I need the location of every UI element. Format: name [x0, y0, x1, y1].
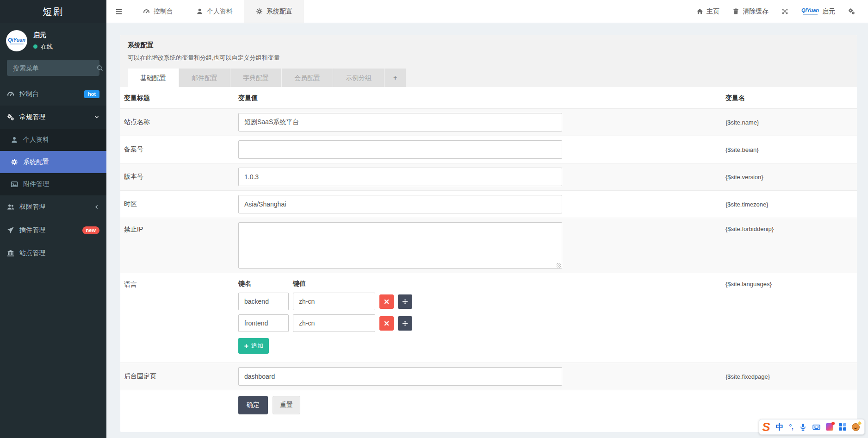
x-icon [384, 320, 390, 326]
ime-mode-toggle[interactable]: 中 [776, 422, 784, 432]
tab-dictionary-config[interactable]: 字典配置 [230, 69, 281, 87]
tab-label: 系统配置 [267, 7, 292, 16]
row-label: 备案号 [120, 136, 235, 163]
sidebar-group-general: 常规管理 个人资料 系统配置 附件管理 [0, 106, 106, 195]
drag-row-button[interactable] [398, 316, 412, 331]
bank-icon [7, 250, 14, 257]
user-menu[interactable]: QiYuan 启元 [795, 0, 842, 23]
resize-handle[interactable] [557, 263, 561, 268]
drag-row-button[interactable] [398, 294, 412, 309]
avatar-text: QiYuan [8, 37, 25, 43]
mic-icon[interactable] [799, 423, 807, 431]
search-input[interactable] [13, 64, 97, 72]
row-var-name: {$site.version} [722, 163, 857, 191]
config-table: 变量标题 变量值 变量名 站点名称 {$site.name} 备案号 {$sit [120, 87, 857, 421]
user-status: 在线 [33, 43, 53, 51]
fullscreen-button[interactable] [775, 0, 795, 23]
sidebar: 短剧 QiYuan 启元 在线 控制台 hot 常规管理 [0, 0, 106, 438]
tab-profile[interactable]: 个人资料 [185, 0, 244, 23]
clear-cache-button[interactable]: 清除缓存 [726, 0, 775, 23]
page-subtitle: 可以在此增改系统的变量和分组,也可以自定义分组和变量 [128, 54, 849, 69]
row-var-name: {$site.fixedpage} [722, 363, 857, 390]
gears-icon [7, 113, 14, 121]
move-icon [402, 299, 408, 305]
brand-logo[interactable]: 短剧 [0, 0, 106, 23]
lang-value-input[interactable] [293, 314, 375, 332]
beian-input[interactable] [238, 140, 562, 159]
delete-row-button[interactable] [379, 316, 394, 331]
sogou-logo-icon[interactable]: S [762, 420, 770, 434]
sidebar-item-label: 系统配置 [23, 158, 49, 166]
lang-value-input[interactable] [293, 293, 375, 310]
expand-icon [781, 8, 788, 15]
user-icon [11, 136, 18, 144]
row-var-name: {$site.forbiddenip} [722, 218, 857, 273]
hamburger-icon [115, 8, 123, 15]
tab-example-group[interactable]: 示例分组 [333, 69, 384, 87]
tab-label: 控制台 [154, 7, 173, 16]
sidebar-toggle-button[interactable] [106, 0, 131, 23]
sidebar-item-site[interactable]: 站点管理 [0, 242, 106, 265]
settings-button[interactable] [842, 0, 862, 23]
version-input[interactable] [238, 168, 562, 186]
kv-headers: 键名 键值 [238, 280, 718, 288]
table-row-forbidden-ip: 禁止IP {$site.forbiddenip} [120, 218, 857, 273]
row-var-name: {$site.timezone} [722, 191, 857, 218]
site-name-input[interactable] [238, 113, 562, 131]
sidebar-item-auth[interactable]: 权限管理 [0, 195, 106, 219]
sidebar-item-addon[interactable]: 插件管理 new [0, 219, 106, 242]
append-label: 追加 [251, 342, 263, 350]
forbidden-ip-textarea[interactable] [238, 222, 562, 269]
sidebar-item-console[interactable]: 控制台 hot [0, 82, 106, 106]
tab-config[interactable]: 系统配置 [244, 0, 304, 23]
sidebar-item-profile[interactable]: 个人资料 [0, 129, 106, 151]
timezone-input[interactable] [238, 195, 562, 213]
tab-basic-config[interactable]: 基础配置 [128, 69, 179, 87]
submit-button[interactable]: 确定 [238, 396, 268, 414]
home-button[interactable]: 主页 [690, 0, 726, 23]
tab-member-config[interactable]: 会员配置 [282, 69, 333, 87]
user-name: 启元 [33, 31, 53, 39]
gauge-icon [7, 90, 14, 98]
sidebar-item-attachment[interactable]: 附件管理 [0, 173, 106, 195]
row-label: 语言 [120, 273, 235, 363]
col-header-value: 变量值 [235, 87, 722, 109]
qiyuan-logo: QiYuan [801, 8, 819, 15]
home-label: 主页 [707, 7, 719, 16]
col-header-title: 变量标题 [120, 87, 235, 109]
table-row-fixed-page: 后台固定页 {$site.fixedpage} [120, 363, 857, 390]
ime-skin-icon[interactable] [826, 423, 833, 431]
sidebar-item-label: 插件管理 [19, 226, 45, 234]
reset-button[interactable]: 重置 [273, 396, 300, 414]
delete-row-button[interactable] [379, 294, 394, 309]
gear-icon [11, 158, 18, 166]
config-panel: 系统配置 可以在此增改系统的变量和分组,也可以自定义分组和变量 基础配置 邮件配… [120, 35, 857, 432]
sidebar-item-label: 常规管理 [19, 113, 45, 121]
tab-label: 个人资料 [207, 7, 233, 16]
lang-key-input[interactable] [238, 293, 289, 310]
search-icon[interactable] [97, 65, 103, 71]
fixed-page-input[interactable] [238, 367, 562, 386]
ime-apps-grid-icon[interactable] [839, 423, 846, 431]
append-button[interactable]: 追加 [238, 338, 269, 354]
keyboard-icon[interactable] [812, 423, 820, 431]
sidebar-item-general[interactable]: 常规管理 [0, 106, 106, 129]
lang-key-input[interactable] [238, 314, 289, 332]
table-row-beian: 备案号 {$site.beian} [120, 136, 857, 163]
avatar-subtext [10, 44, 24, 44]
ime-punctuation-toggle[interactable]: °, [789, 423, 794, 431]
sidebar-item-label: 个人资料 [23, 136, 49, 144]
row-label: 禁止IP [120, 218, 235, 273]
kv-row-frontend [238, 314, 718, 332]
tab-console[interactable]: 控制台 [131, 0, 185, 23]
sidebar-item-config[interactable]: 系统配置 [0, 151, 106, 173]
ime-emoji-icon[interactable] [852, 423, 860, 431]
avatar[interactable]: QiYuan [6, 30, 27, 51]
sidebar-item-label: 站点管理 [19, 249, 45, 257]
clear-cache-label: 清除缓存 [743, 7, 769, 16]
trash-icon [732, 8, 739, 15]
add-group-tab[interactable]: + [384, 69, 406, 87]
sidebar-item-label: 控制台 [19, 90, 39, 98]
gauge-icon [143, 8, 150, 15]
tab-mail-config[interactable]: 邮件配置 [179, 69, 230, 87]
